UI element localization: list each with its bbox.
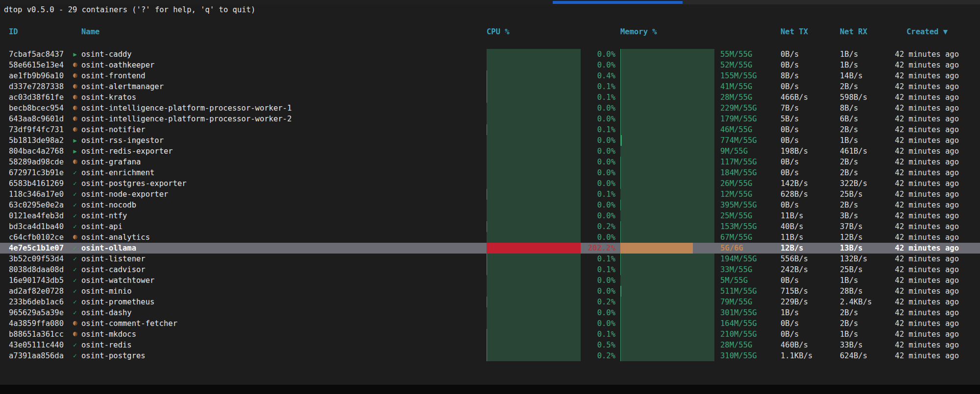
cpu-gauge (487, 70, 581, 81)
container-row[interactable]: 4e7e5c1b1e07 ✓ osint-ollama 202.2% 5G/6G… (0, 243, 980, 254)
column-header-net-tx[interactable]: Net TX (781, 27, 808, 37)
net-tx-value: 0B/s (781, 200, 799, 210)
container-row[interactable]: ae1fb9b96a10 osint-frontend 0.4% 155M/55… (0, 70, 980, 81)
memory-usage: 210M/55G (720, 329, 757, 340)
cpu-percent: 0.0% (577, 275, 615, 286)
cpu-gauge (487, 167, 581, 178)
container-row[interactable]: 16e901743db5 ✓ osint-watchtower 0.0% 5M/… (0, 275, 980, 286)
column-header-name[interactable]: Name (81, 27, 99, 37)
container-row[interactable]: 43e05111c440 ✓ osint-redis 0.5% 28M/55G … (0, 340, 980, 350)
container-row[interactable]: c64cfb0102ce osint-analytics 0.0% 67M/55… (0, 232, 980, 243)
top-accent-bar (553, 1, 683, 4)
memory-gauge (620, 178, 714, 189)
container-row[interactable]: 58289ad98cde osint-grafana 0.0% 117M/55G… (0, 157, 980, 167)
cpu-percent: 0.0% (577, 146, 615, 157)
cpu-gauge (487, 318, 581, 329)
check-icon: ✓ (71, 243, 79, 254)
container-row[interactable]: 3b52c09f53d4 ✓ osint-listener 0.1% 194M/… (0, 254, 980, 264)
cpu-gauge-fill (487, 70, 487, 81)
container-list: 7cbaf5ac8437 ▶ osint-caddy 0.0% 55M/55G … (0, 49, 980, 361)
container-row[interactable]: 7cbaf5ac8437 ▶ osint-caddy 0.0% 55M/55G … (0, 49, 980, 60)
container-row[interactable]: 73df9f4fc731 osint-notifier 0.1% 46M/55G… (0, 124, 980, 135)
container-row[interactable]: becb8bcec954 osint-intelligence-platform… (0, 103, 980, 114)
net-tx-value: 0B/s (781, 329, 799, 340)
memory-gauge (620, 307, 714, 318)
memory-usage: 179M/55G (720, 114, 757, 124)
container-row[interactable]: 5b1813de98a2 ▶ osint-rss-ingestor 0.0% 7… (0, 135, 980, 146)
net-tx-value: 460B/s (781, 340, 808, 350)
memory-gauge (620, 264, 714, 275)
check-icon: ✓ (71, 178, 79, 189)
net-rx-value: 6B/s (840, 114, 858, 124)
memory-usage: 9M/55G (720, 146, 748, 157)
memory-gauge (620, 146, 714, 157)
memory-gauge (620, 114, 714, 124)
memory-gauge-fill (620, 103, 621, 114)
container-row[interactable]: ad2af82e0728 ✓ osint-minio 0.0% 511M/55G… (0, 286, 980, 297)
container-row[interactable]: 965629a5a39e ✓ osint-dashy 0.0% 301M/55G… (0, 307, 980, 318)
net-rx-value: 1B/s (840, 329, 858, 340)
container-row[interactable]: 63c0295e0e2a ✓ osint-nocodb 0.0% 395M/55… (0, 200, 980, 210)
memory-gauge (620, 350, 714, 361)
memory-usage: 301M/55G (720, 307, 757, 318)
container-row[interactable]: 58e6615e13e4 osint-oathkeeper 0.0% 52M/5… (0, 60, 980, 70)
cpu-gauge (487, 210, 581, 221)
container-name: osint-frontend (81, 70, 146, 81)
container-row[interactable]: bd3ca4d1ba40 ✓ osint-api 0.2% 153M/55G 4… (0, 221, 980, 232)
container-row[interactable]: 8038d8daa08d ✓ osint-cadvisor 0.1% 33M/5… (0, 264, 980, 275)
memory-gauge-fill (620, 135, 622, 146)
cpu-gauge (487, 340, 581, 350)
net-rx-value: 1B/s (840, 275, 858, 286)
container-id: 118c346a17e0 (9, 189, 64, 200)
circle-status-icon (71, 114, 79, 124)
container-row[interactable]: 118c346a17e0 ✓ osint-node-exporter 0.1% … (0, 189, 980, 200)
container-id: ad2af82e0728 (9, 286, 64, 297)
cpu-percent: 0.0% (577, 286, 615, 297)
net-tx-value: 0B/s (781, 135, 799, 146)
memory-gauge (620, 157, 714, 167)
memory-usage: 774M/55G (720, 135, 757, 146)
container-id: becb8bcec954 (9, 103, 64, 114)
container-id: a7391aa856da (9, 350, 64, 361)
net-rx-value: 461B/s (840, 146, 867, 157)
container-row[interactable]: 0121ea4feb3d ✓ osint-ntfy 0.0% 25M/55G 1… (0, 210, 980, 221)
column-header-net-rx[interactable]: Net RX (840, 27, 867, 37)
window-top-strip (0, 0, 980, 4)
memory-usage: 33M/55G (720, 264, 752, 275)
column-header-cpu[interactable]: CPU % (487, 27, 510, 37)
memory-gauge (620, 49, 714, 60)
container-row[interactable]: 6583b4161269 ✓ osint-postgres-exporter 0… (0, 178, 980, 189)
container-row[interactable]: b88651a361cc osint-mkdocs 0.1% 210M/55G … (0, 329, 980, 340)
circle-status-icon (71, 124, 79, 135)
memory-usage: 310M/55G (720, 350, 757, 361)
net-tx-value: 0B/s (781, 275, 799, 286)
column-header-created[interactable]: Created ▼ (906, 27, 948, 37)
memory-gauge-fill (620, 254, 621, 264)
check-icon: ✓ (71, 286, 79, 297)
net-tx-value: 1.1KB/s (781, 350, 812, 361)
cpu-gauge (487, 103, 581, 114)
container-row[interactable]: 643aa8c9601d osint-intelligence-platform… (0, 114, 980, 124)
container-row[interactable]: 672971c3b91e ✓ osint-enrichment 0.0% 184… (0, 167, 980, 178)
container-name: osint-ollama (81, 243, 136, 254)
column-header-id[interactable]: ID (9, 27, 18, 37)
created-time: 42 minutes ago (895, 210, 959, 221)
container-name: osint-watchtower (81, 275, 154, 286)
net-tx-value: 142B/s (781, 178, 808, 189)
container-row[interactable]: 804bac4a2768 ▶ osint-redis-exporter 0.0%… (0, 146, 980, 157)
container-name: osint-rss-ingestor (81, 135, 164, 146)
circle-status-icon (71, 329, 79, 340)
container-row[interactable]: ac03d38f61fe osint-kratos 0.1% 28M/55G 4… (0, 92, 980, 103)
container-row[interactable]: 233b6deb1ac6 ✓ osint-prometheus 0.2% 79M… (0, 297, 980, 307)
created-time: 42 minutes ago (895, 254, 959, 264)
container-id: bd3ca4d1ba40 (9, 221, 64, 232)
container-row[interactable]: 4a3859ffa080 osint-comment-fetcher 0.0% … (0, 318, 980, 329)
created-time: 42 minutes ago (895, 49, 959, 60)
container-row[interactable]: a7391aa856da ✓ osint-postgres 0.2% 310M/… (0, 350, 980, 361)
column-header-memory[interactable]: Memory % (620, 27, 657, 37)
cpu-percent: 0.0% (577, 49, 615, 60)
memory-usage: 12M/55G (720, 189, 752, 200)
container-row[interactable]: d337e7287338 osint-alertmanager 0.1% 41M… (0, 81, 980, 92)
cpu-gauge (487, 189, 581, 200)
memory-gauge (620, 329, 714, 340)
